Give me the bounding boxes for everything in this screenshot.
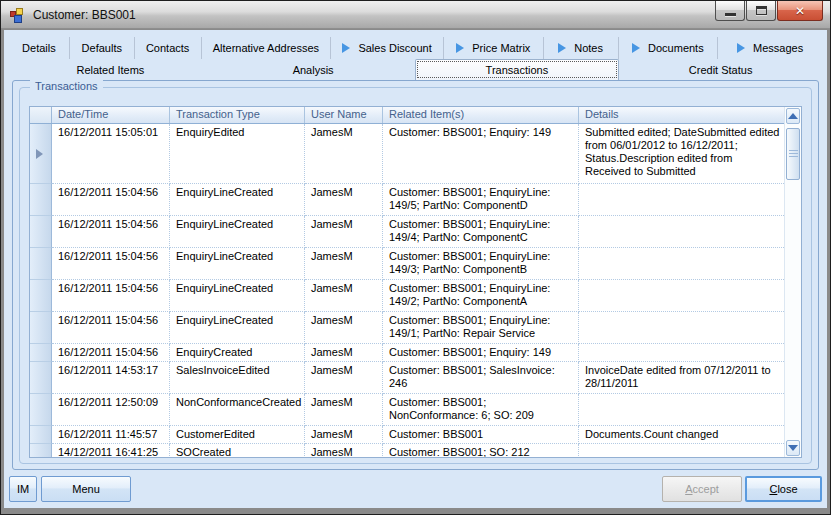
tab-arrow-icon bbox=[737, 43, 745, 53]
tab-transactions[interactable]: Transactions bbox=[415, 59, 620, 80]
grid-vertical-scrollbar[interactable] bbox=[784, 107, 801, 457]
table-row[interactable]: 14/12/2011 16:41:25 SOCreated JamesM Cus… bbox=[30, 444, 784, 457]
row-header[interactable] bbox=[30, 216, 52, 248]
table-row[interactable]: 16/12/2011 15:04:56 EnquiryLineCreated J… bbox=[30, 184, 784, 216]
im-button-label: IM bbox=[17, 483, 29, 495]
cell-datetime: 16/12/2011 15:04:56 bbox=[52, 184, 170, 216]
cell-related-items: Customer: BBS001; EnquiryLine: 149/4; Pa… bbox=[383, 216, 579, 248]
tab-credit-status[interactable]: Credit Status bbox=[619, 59, 822, 80]
tab-analysis[interactable]: Analysis bbox=[212, 59, 415, 80]
column-header-datetime[interactable]: Date/Time bbox=[52, 107, 170, 123]
cell-datetime: 14/12/2011 16:41:25 bbox=[52, 444, 170, 457]
cell-details bbox=[579, 312, 784, 344]
scroll-up-button[interactable] bbox=[786, 108, 800, 124]
tab-alternative-addresses[interactable]: Alternative Addresses bbox=[201, 37, 331, 59]
cell-related-items: Customer: BBS001; Enquiry: 149 bbox=[383, 124, 579, 184]
tab-label: Documents bbox=[648, 42, 704, 54]
cell-datetime: 16/12/2011 15:04:56 bbox=[52, 216, 170, 248]
tab-label: Defaults bbox=[82, 42, 122, 54]
table-row[interactable]: 16/12/2011 15:04:56 EnquiryCreated James… bbox=[30, 344, 784, 362]
column-header-transaction-type[interactable]: Transaction Type bbox=[170, 107, 305, 123]
cell-transaction-type: SalesInvoiceEdited bbox=[170, 362, 305, 394]
table-row[interactable]: 16/12/2011 15:04:56 EnquiryLineCreated J… bbox=[30, 312, 784, 344]
tab-details[interactable]: Details bbox=[9, 37, 69, 59]
title-bar[interactable]: Customer: BBS001 ✕ bbox=[1, 1, 830, 29]
customer-window: Customer: BBS001 ✕ Details Defaults Cont… bbox=[0, 0, 831, 515]
row-header[interactable] bbox=[30, 426, 52, 444]
cell-user-name: JamesM bbox=[305, 312, 383, 344]
row-header[interactable] bbox=[30, 280, 52, 312]
cell-related-items: Customer: BBS001; SalesInvoice: 246 bbox=[383, 362, 579, 394]
cell-details: Documents.Count changed bbox=[579, 426, 784, 444]
table-row[interactable]: 16/12/2011 15:04:56 EnquiryLineCreated J… bbox=[30, 280, 784, 312]
cell-user-name: JamesM bbox=[305, 394, 383, 426]
groupbox-label: Transactions bbox=[30, 80, 103, 92]
row-header[interactable] bbox=[30, 344, 52, 362]
scroll-down-button[interactable] bbox=[786, 440, 800, 456]
table-row[interactable]: 16/12/2011 15:04:56 EnquiryLineCreated J… bbox=[30, 216, 784, 248]
tab-label: Transactions bbox=[486, 64, 549, 76]
close-window-button[interactable]: ✕ bbox=[777, 1, 823, 21]
row-header[interactable] bbox=[30, 444, 52, 457]
tab-sales-discount[interactable]: Sales Discount bbox=[330, 37, 443, 59]
im-button[interactable]: IM bbox=[9, 476, 37, 502]
maximize-button[interactable] bbox=[746, 1, 776, 21]
row-header[interactable] bbox=[30, 184, 52, 216]
cell-transaction-type: EnquiryLineCreated bbox=[170, 216, 305, 248]
tab-documents[interactable]: Documents bbox=[618, 37, 718, 59]
cell-details bbox=[579, 184, 784, 216]
cell-transaction-type: EnquiryLineCreated bbox=[170, 184, 305, 216]
transactions-grid: Date/Time Transaction Type User Name Rel… bbox=[29, 106, 802, 458]
row-header[interactable] bbox=[30, 394, 52, 426]
row-header[interactable] bbox=[30, 362, 52, 394]
tab-label: Price Matrix bbox=[472, 42, 530, 54]
cell-transaction-type: EnquiryLineCreated bbox=[170, 312, 305, 344]
cell-related-items: Customer: BBS001; SO: 212 bbox=[383, 444, 579, 457]
minimize-icon bbox=[725, 13, 736, 16]
tab-label: Contacts bbox=[146, 42, 189, 54]
table-row[interactable]: 16/12/2011 15:04:56 EnquiryLineCreated J… bbox=[30, 248, 784, 280]
tab-label: Credit Status bbox=[689, 64, 753, 76]
minimize-button[interactable] bbox=[715, 1, 745, 21]
cell-user-name: JamesM bbox=[305, 248, 383, 280]
cell-datetime: 16/12/2011 15:04:56 bbox=[52, 344, 170, 362]
row-header[interactable] bbox=[30, 124, 52, 184]
cell-user-name: JamesM bbox=[305, 362, 383, 394]
cell-details bbox=[579, 280, 784, 312]
row-header[interactable] bbox=[30, 312, 52, 344]
tab-defaults[interactable]: Defaults bbox=[69, 37, 134, 59]
tab-arrow-icon bbox=[342, 43, 350, 53]
tab-messages[interactable]: Messages bbox=[717, 37, 822, 59]
column-header-details[interactable]: Details bbox=[579, 107, 784, 123]
maximize-icon bbox=[756, 6, 767, 15]
cell-details bbox=[579, 248, 784, 280]
scrollbar-thumb[interactable] bbox=[786, 128, 800, 180]
column-header-related-items[interactable]: Related Item(s) bbox=[383, 107, 579, 123]
client-area: Details Defaults Contacts Alternative Ad… bbox=[4, 30, 827, 508]
row-header[interactable] bbox=[30, 248, 52, 280]
tab-label: Alternative Addresses bbox=[213, 42, 319, 54]
tab-notes[interactable]: Notes bbox=[543, 37, 618, 59]
column-header-user-name[interactable]: User Name bbox=[305, 107, 383, 123]
table-row[interactable]: 16/12/2011 12:50:09 NonConformanceCreate… bbox=[30, 394, 784, 426]
tab-contacts[interactable]: Contacts bbox=[134, 37, 201, 59]
cell-user-name: JamesM bbox=[305, 344, 383, 362]
cell-datetime: 16/12/2011 15:04:56 bbox=[52, 248, 170, 280]
cell-transaction-type: EnquiryLineCreated bbox=[170, 248, 305, 280]
tab-price-matrix[interactable]: Price Matrix bbox=[443, 37, 543, 59]
table-row[interactable]: 16/12/2011 11:45:57 CustomerEdited James… bbox=[30, 426, 784, 444]
cell-details: Submitted edited; DateSubmitted edited f… bbox=[579, 124, 784, 184]
scroll-down-icon bbox=[788, 445, 798, 451]
tab-arrow-icon bbox=[456, 43, 464, 53]
accept-button[interactable]: Accept bbox=[662, 476, 742, 502]
menu-button[interactable]: Menu bbox=[41, 476, 131, 502]
grid-corner-cell[interactable] bbox=[30, 107, 52, 123]
table-row[interactable]: 16/12/2011 15:05:01 EnquiryEdited JamesM… bbox=[30, 124, 784, 184]
scrollbar-grip bbox=[789, 150, 798, 158]
scroll-up-icon bbox=[788, 113, 798, 119]
close-button[interactable]: Close bbox=[745, 476, 822, 502]
cell-transaction-type: EnquiryLineCreated bbox=[170, 280, 305, 312]
tab-related-items[interactable]: Related Items bbox=[9, 59, 212, 80]
table-row[interactable]: 16/12/2011 14:53:17 SalesInvoiceEdited J… bbox=[30, 362, 784, 394]
cell-user-name: JamesM bbox=[305, 444, 383, 457]
